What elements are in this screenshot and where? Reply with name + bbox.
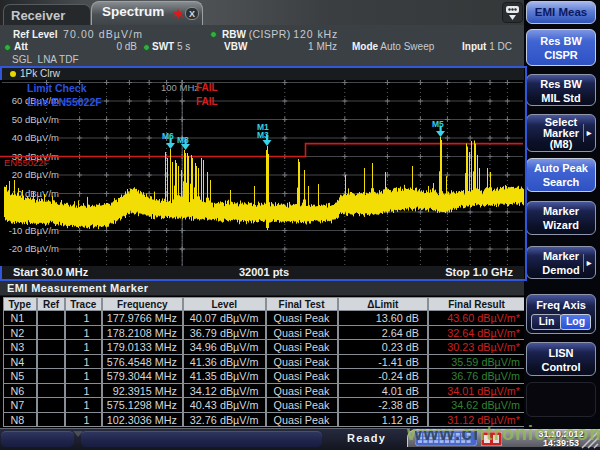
svg-text:-10 dBµV/m: -10 dBµV/m bbox=[9, 225, 59, 236]
svg-text:Line EN55022F: Line EN55022F bbox=[27, 96, 102, 108]
svg-text:40 dBµV/m: 40 dBµV/m bbox=[12, 132, 59, 143]
svg-text:M6: M6 bbox=[162, 131, 174, 141]
svg-text:50 dBµV/m: 50 dBµV/m bbox=[12, 114, 59, 125]
svg-text:100 MHz: 100 MHz bbox=[161, 82, 199, 93]
svg-text:M5: M5 bbox=[432, 119, 444, 129]
svg-text:M8: M8 bbox=[177, 135, 189, 145]
svg-text:20 dBµV/m: 20 dBµV/m bbox=[12, 169, 59, 180]
svg-text:EN55022F: EN55022F bbox=[4, 157, 50, 168]
svg-text:Limit Check: Limit Check bbox=[27, 82, 87, 94]
svg-text:M3: M3 bbox=[257, 130, 269, 140]
svg-text:FAIL: FAIL bbox=[196, 82, 218, 93]
svg-text:-20 dBµV/m: -20 dBµV/m bbox=[9, 243, 59, 254]
svg-text:FAIL: FAIL bbox=[196, 96, 218, 107]
